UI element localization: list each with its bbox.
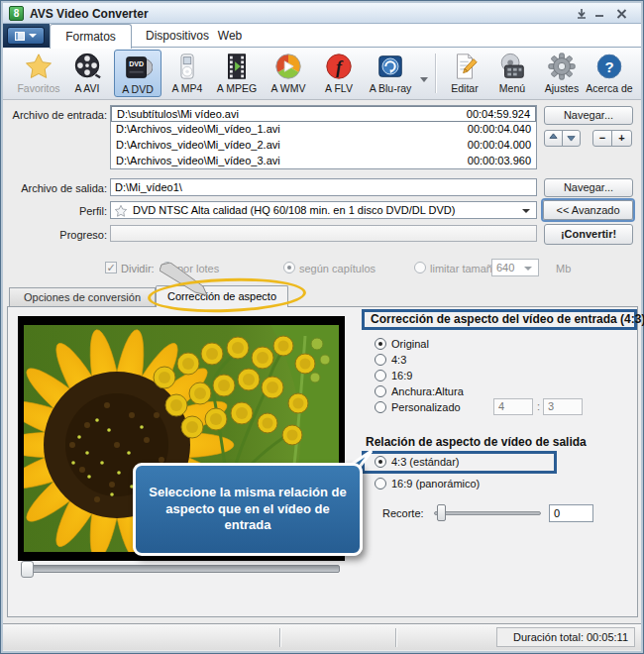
to-wmv-button[interactable]: A WMV bbox=[265, 50, 312, 97]
toolbar: Favoritos A AVI DVD A DVD A MP4 A MPEG bbox=[3, 48, 641, 100]
profile-combobox[interactable]: DVD NTSC Alta calidad (HQ 60/108 min. en… bbox=[110, 201, 537, 219]
aspect-width-height-label: Anchura:Altura bbox=[391, 385, 464, 397]
profile-label: Perfil: bbox=[5, 205, 107, 217]
crop-value-input[interactable]: 0 bbox=[549, 504, 593, 522]
chevron-down-icon bbox=[29, 34, 37, 38]
menu-list-icon bbox=[15, 32, 25, 41]
mp4-player-icon bbox=[163, 50, 211, 82]
move-up-button[interactable] bbox=[544, 130, 563, 147]
minimize-icon[interactable] bbox=[591, 7, 607, 21]
input-aspect-header: Corrección de aspecto del vídeo de entra… bbox=[371, 312, 644, 326]
favorites-button[interactable]: Favoritos bbox=[15, 50, 62, 97]
avi-reel-icon bbox=[63, 50, 111, 82]
tab-formatos[interactable]: Formatos bbox=[50, 24, 132, 49]
total-duration: Duración total: 00:05:11 bbox=[496, 627, 635, 647]
file-row[interactable]: D:\subtítulos\Mi vídeo.avi00:04:59.924 bbox=[111, 106, 536, 122]
output-path-input[interactable]: D:\Mi_vídeo1\ bbox=[110, 178, 537, 196]
aspect-169-radio[interactable] bbox=[375, 370, 386, 382]
aspect-custom-label: Personalizado bbox=[391, 401, 461, 413]
crop-label: Recorte: bbox=[382, 507, 424, 519]
custom-ratio-colon: : bbox=[537, 400, 540, 412]
callout-text: Seleccione la misma relación de aspecto … bbox=[142, 485, 354, 535]
convert-button[interactable]: ¡Convertir! bbox=[544, 224, 633, 245]
profile-star-icon bbox=[114, 204, 128, 218]
about-button[interactable]: ? Acerca de bbox=[586, 50, 633, 97]
menu-disc-icon bbox=[488, 50, 536, 82]
app-icon: 8 bbox=[9, 6, 24, 21]
browse-input-button[interactable]: Navegar... bbox=[544, 106, 633, 125]
callout-bubble: Seleccione la misma relación de aspecto … bbox=[133, 463, 363, 556]
aspect-43-radio[interactable] bbox=[375, 354, 386, 366]
file-duration: 00:04:59.924 bbox=[467, 107, 530, 122]
progress-bar bbox=[110, 225, 537, 242]
file-row[interactable]: D:\Archivos_video\Mi_vídeo_1.avi00:00:04… bbox=[111, 122, 536, 138]
statusbar: Duración total: 00:05:11 bbox=[3, 623, 641, 650]
output-aspect-header: Relación de aspecto de vídeo de salida bbox=[366, 435, 587, 449]
aspect-original-radio[interactable] bbox=[375, 338, 386, 350]
input-file-list[interactable]: D:\subtítulos\Mi vídeo.avi00:04:59.924 D… bbox=[110, 105, 537, 169]
file-duration: 00:00:03.960 bbox=[468, 154, 531, 168]
file-row[interactable]: D:\Archivos_video\Mi_vídeo_3.avi00:00:03… bbox=[111, 154, 536, 169]
more-formats-caret-icon[interactable] bbox=[420, 77, 428, 82]
menu-button[interactable]: Menú bbox=[488, 50, 536, 97]
output-43-label: 4:3 (estándar) bbox=[391, 456, 459, 468]
minimize-to-tray-icon[interactable] bbox=[574, 7, 590, 21]
size-unit-label: Mb bbox=[556, 263, 571, 274]
add-file-button[interactable]: + bbox=[611, 130, 632, 147]
svg-text:DVD: DVD bbox=[129, 60, 144, 67]
split-by-chapters-label: según capítulos bbox=[299, 263, 376, 274]
statusbar-separator bbox=[279, 628, 280, 647]
edit-button[interactable]: Editar bbox=[441, 50, 488, 97]
svg-text:?: ? bbox=[604, 57, 613, 74]
crop-slider-handle[interactable] bbox=[437, 504, 446, 521]
favorites-star-icon bbox=[15, 50, 62, 82]
to-flv-button[interactable]: f A FLV bbox=[315, 50, 363, 97]
settings-button[interactable]: Ajustes bbox=[538, 50, 586, 97]
output-43-radio[interactable] bbox=[375, 456, 386, 468]
menu-strip-block bbox=[3, 24, 50, 48]
edit-pencil-icon bbox=[441, 50, 488, 82]
annotation-arrow-icon bbox=[160, 263, 211, 296]
toolbar-separator bbox=[435, 54, 436, 93]
input-aspect-header-highlight: Corrección de aspecto del vídeo de entra… bbox=[362, 309, 637, 330]
to-mpeg-button[interactable]: A MPEG bbox=[213, 50, 261, 97]
to-avi-button[interactable]: A AVI bbox=[63, 50, 111, 97]
remove-file-button[interactable]: − bbox=[592, 130, 612, 147]
file-row[interactable]: D:\Archivos_video\Mi_vídeo_2.avi00:00:04… bbox=[111, 138, 536, 154]
aspect-width-height-radio[interactable] bbox=[375, 385, 386, 397]
to-bluray-button[interactable]: A Blu-ray bbox=[367, 50, 414, 97]
preview-seek-handle[interactable] bbox=[21, 561, 34, 578]
size-combobox[interactable]: 640 bbox=[491, 259, 539, 276]
tab-web[interactable]: Web bbox=[207, 24, 253, 48]
settings-gear-icon bbox=[538, 50, 586, 82]
to-mp4-button[interactable]: A MP4 bbox=[163, 50, 211, 97]
to-dvd-button[interactable]: DVD A DVD bbox=[114, 50, 161, 97]
dropdown-caret-icon bbox=[524, 267, 532, 271]
split-by-chapters-radio[interactable] bbox=[283, 262, 295, 273]
custom-width-input[interactable]: 4 bbox=[493, 398, 533, 415]
aspect-custom-radio[interactable] bbox=[375, 401, 386, 413]
tab-conversion-options[interactable]: Opciones de conversión bbox=[9, 287, 156, 307]
preview-seekbar[interactable] bbox=[23, 565, 340, 573]
window-title: AVS Video Converter bbox=[30, 7, 149, 21]
crop-slider-track[interactable] bbox=[434, 511, 541, 515]
custom-height-input[interactable]: 3 bbox=[543, 398, 583, 415]
aspect-original-label: Original bbox=[391, 338, 429, 350]
split-label: Dividir: bbox=[121, 263, 155, 274]
tab-dispositivos[interactable]: Dispositivos bbox=[138, 24, 217, 48]
output-file-label: Archivo de salida: bbox=[5, 182, 107, 194]
advanced-button[interactable]: << Avanzado bbox=[543, 200, 633, 220]
output-169-label: 16:9 (panorámico) bbox=[391, 478, 480, 490]
main-menu-button[interactable] bbox=[7, 27, 45, 45]
output-169-radio[interactable] bbox=[375, 478, 386, 490]
close-icon[interactable] bbox=[613, 7, 629, 21]
browse-output-button[interactable]: Navegar... bbox=[544, 178, 633, 197]
move-down-button[interactable] bbox=[562, 130, 581, 147]
mpeg-filmstrip-icon bbox=[213, 50, 261, 82]
titlebar: 8 AVS Video Converter bbox=[3, 3, 641, 24]
about-help-icon: ? bbox=[586, 50, 633, 82]
progress-label: Progreso: bbox=[5, 229, 107, 241]
file-duration: 00:00:04.040 bbox=[468, 122, 531, 137]
split-limit-size-radio[interactable] bbox=[414, 262, 426, 273]
split-checkbox[interactable]: ✓ bbox=[105, 262, 117, 273]
